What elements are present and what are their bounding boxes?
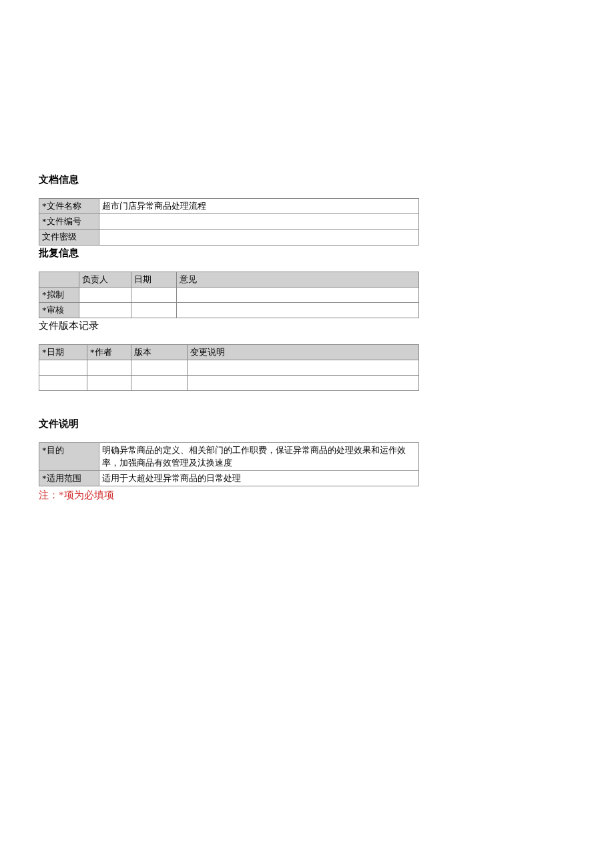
table-row: *文件编号 (39, 214, 419, 230)
value-file-name: 超市门店异常商品处理流程 (99, 199, 419, 214)
label-file-number: *文件编号 (39, 214, 99, 230)
section-title-approval: 批复信息 (39, 247, 575, 260)
table-row: *适用范围 适用于大超处理异常商品的日常处理 (39, 470, 419, 486)
document-page: 文档信息 *文件名称 超市门店异常商品处理流程 *文件编号 文件密级 批复信息 (0, 0, 614, 542)
header-change: 变更说明 (188, 345, 419, 360)
value-file-number (99, 214, 419, 230)
header-date: *日期 (39, 345, 87, 360)
label-scope: *适用范围 (39, 470, 99, 486)
header-person: 负责人 (79, 272, 131, 287)
cell (131, 287, 177, 302)
cell (188, 360, 419, 376)
label-draft: *拟制 (39, 287, 79, 302)
table-header-row: 负责人 日期 意见 (39, 272, 419, 287)
table-row (39, 376, 419, 391)
cell (39, 376, 87, 391)
header-date: 日期 (131, 272, 177, 287)
approval-table: 负责人 日期 意见 *拟制 *审核 (39, 272, 419, 319)
required-note: 注：*项为必填项 (39, 489, 575, 502)
table-row: *拟制 (39, 287, 419, 302)
cell (131, 302, 177, 318)
cell (87, 360, 131, 376)
cell (188, 376, 419, 391)
cell (79, 302, 131, 318)
section-title-version: 文件版本记录 (39, 320, 575, 332)
cell (79, 287, 131, 302)
label-purpose: *目的 (39, 443, 99, 470)
cell (87, 376, 131, 391)
cell (131, 376, 188, 391)
header-opinion: 意见 (177, 272, 419, 287)
cell (131, 360, 188, 376)
header-blank (39, 272, 79, 287)
version-table: *日期 *作者 版本 变更说明 (39, 344, 419, 391)
table-row: 文件密级 (39, 230, 419, 245)
header-author: *作者 (87, 345, 131, 360)
table-row (39, 360, 419, 376)
table-row: *审核 (39, 302, 419, 318)
table-header-row: *日期 *作者 版本 变更说明 (39, 345, 419, 360)
cell (39, 360, 87, 376)
cell (177, 287, 419, 302)
label-file-level: 文件密级 (39, 230, 99, 245)
desc-table: *目的 明确异常商品的定义、相关部门的工作职费，保证异常商品的处理效果和运作效率… (39, 442, 419, 486)
table-row: *目的 明确异常商品的定义、相关部门的工作职费，保证异常商品的处理效果和运作效率… (39, 443, 419, 470)
section-title-doc-info: 文档信息 (39, 173, 575, 186)
table-row: *文件名称 超市门店异常商品处理流程 (39, 199, 419, 214)
value-scope: 适用于大超处理异常商品的日常处理 (99, 470, 419, 486)
cell (177, 302, 419, 318)
label-file-name: *文件名称 (39, 199, 99, 214)
header-version: 版本 (131, 345, 188, 360)
doc-info-table: *文件名称 超市门店异常商品处理流程 *文件编号 文件密级 (39, 198, 419, 246)
value-purpose: 明确异常商品的定义、相关部门的工作职费，保证异常商品的处理效果和运作效率，加强商… (99, 443, 419, 470)
value-file-level (99, 230, 419, 245)
label-review: *审核 (39, 302, 79, 318)
section-title-desc: 文件说明 (39, 418, 575, 430)
